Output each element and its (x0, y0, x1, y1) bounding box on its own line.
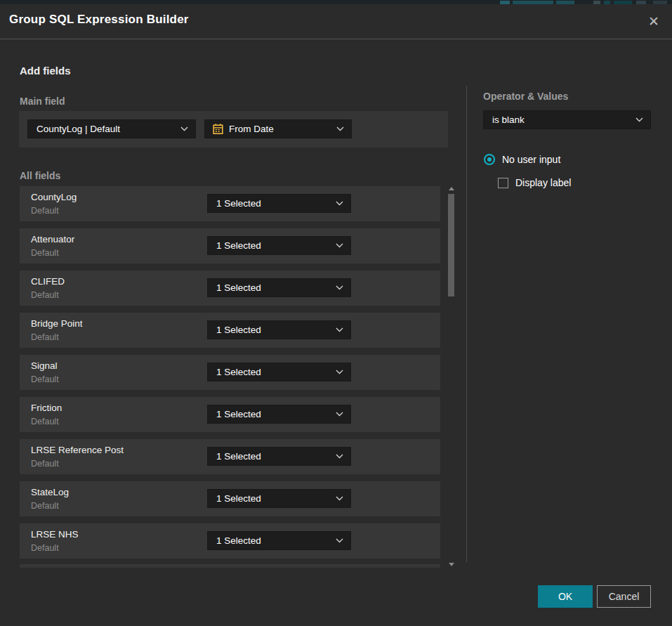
operator-dropdown-value: is blank (484, 115, 635, 125)
chevron-down-icon (336, 454, 343, 459)
field-row-name: LRSE NHS (31, 529, 79, 540)
field-row-selection: 1 Selected (208, 198, 336, 209)
operator-dropdown[interactable]: is blank (483, 110, 651, 129)
field-row-sub: Default (31, 459, 59, 469)
field-row-selection: 1 Selected (208, 409, 336, 419)
field-row-selection-dropdown[interactable]: 1 Selected (207, 194, 351, 213)
no-user-input-label: No user input (502, 154, 560, 165)
field-row: Signal Default 1 Selected (20, 355, 440, 390)
display-label-text: Display label (515, 177, 571, 188)
add-fields-heading: Add fields (20, 65, 71, 77)
screen: Group SQL Expression Builder ✕ Add field… (0, 0, 672, 626)
field-row-selection-dropdown[interactable]: 1 Selected (207, 531, 351, 550)
display-label-checkbox[interactable]: Display label (498, 177, 571, 188)
field-row-selection: 1 Selected (208, 240, 336, 251)
field-row-selection-dropdown[interactable]: 1 Selected (207, 278, 351, 297)
field-row-selection-dropdown[interactable]: 1 Selected (207, 236, 351, 255)
field-row-selection-dropdown[interactable]: 1 Selected (207, 320, 351, 339)
chevron-down-icon (336, 496, 343, 501)
field-row: Friction Default 1 Selected (20, 397, 440, 432)
field-row-name: Attenuator (31, 234, 74, 244)
field-row-sub: Default (31, 206, 59, 216)
panel-divider (466, 86, 467, 562)
field-row-selection: 1 Selected (208, 535, 336, 546)
main-field-value-dropdown[interactable]: From Date (204, 119, 352, 138)
main-field-panel: CountyLog | Default From Date (19, 111, 448, 148)
field-row: Attenuator Default 1 Selected (20, 228, 440, 263)
operator-values-label: Operator & Values (483, 91, 568, 102)
field-row-name: Bridge Point (31, 318, 83, 329)
chevron-down-icon (180, 126, 188, 131)
chevron-down-icon (336, 538, 343, 543)
all-fields-label: All fields (20, 170, 60, 181)
field-row-selection: 1 Selected (208, 282, 336, 293)
group-sql-expression-builder-dialog: Group SQL Expression Builder ✕ Add field… (0, 4, 672, 626)
field-row-name: Signal (31, 360, 58, 371)
field-row-selection: 1 Selected (208, 325, 336, 335)
field-row-selection-dropdown[interactable]: 1 Selected (207, 363, 351, 382)
chevron-down-icon (336, 327, 343, 332)
field-row-sub: Default (31, 374, 59, 384)
field-row-name: Friction (31, 403, 62, 413)
field-row-name: LRSE Reference Post (31, 445, 124, 455)
field-row-sub: Default (31, 501, 59, 511)
field-row-selection-dropdown[interactable]: 1 Selected (207, 405, 351, 424)
field-row-selection: 1 Selected (208, 367, 336, 377)
checkbox-unchecked-icon (498, 178, 508, 188)
cancel-button[interactable]: Cancel (597, 585, 651, 608)
chevron-down-icon (336, 126, 344, 131)
field-row-selection-dropdown[interactable]: 1 Selected (207, 447, 351, 466)
field-row-sub: Default (31, 290, 59, 300)
no-user-input-radio[interactable]: No user input (484, 154, 560, 165)
field-row: StateLog Default 1 Selected (20, 481, 440, 516)
close-button[interactable]: ✕ (645, 12, 663, 30)
list-scrollbar[interactable] (447, 184, 456, 568)
scroll-up-icon[interactable] (449, 187, 454, 190)
field-row-name: CLIFED (31, 276, 65, 287)
field-row-selection: 1 Selected (208, 493, 336, 504)
chevron-down-icon (336, 201, 343, 206)
field-row-sub: Default (31, 248, 59, 258)
chevron-down-icon (336, 370, 343, 374)
field-row: LRSE Reference Post Default 1 Selected (20, 439, 440, 474)
main-field-dropdown-value: From Date (223, 124, 336, 134)
field-row-sub: Default (31, 543, 59, 553)
field-row: CLIFED Default 1 Selected (20, 270, 440, 306)
layer-dropdown[interactable]: CountyLog | Default (27, 119, 196, 138)
close-icon: ✕ (648, 13, 659, 30)
field-row-name: StateLog (31, 487, 69, 497)
field-row-selection-dropdown[interactable]: 1 Selected (207, 489, 351, 508)
chevron-down-icon (336, 243, 343, 248)
field-row-partial (20, 564, 440, 568)
field-row-selection: 1 Selected (208, 451, 336, 462)
field-row-name: CountyLog (31, 192, 77, 202)
ok-button[interactable]: OK (538, 585, 593, 608)
scroll-down-icon[interactable] (449, 563, 454, 566)
radio-selected-icon (484, 154, 495, 165)
all-fields-list: CountyLog Default 1 Selected Attenuator … (20, 186, 440, 566)
field-row-sub: Default (31, 417, 59, 426)
chevron-down-icon (336, 285, 343, 290)
field-row: LRSE NHS Default 1 Selected (20, 523, 440, 559)
field-row: CountyLog Default 1 Selected (20, 186, 440, 221)
main-field-label: Main field (20, 96, 65, 107)
chevron-down-icon (336, 412, 343, 417)
dialog-title: Group SQL Expression Builder (9, 13, 189, 27)
layer-dropdown-value: CountyLog | Default (28, 124, 180, 134)
dialog-titlebar: Group SQL Expression Builder ✕ (0, 4, 672, 39)
scrollbar-thumb[interactable] (448, 194, 454, 296)
field-row-sub: Default (31, 332, 59, 342)
field-row: Bridge Point Default 1 Selected (20, 313, 440, 348)
chevron-down-icon (635, 117, 643, 122)
